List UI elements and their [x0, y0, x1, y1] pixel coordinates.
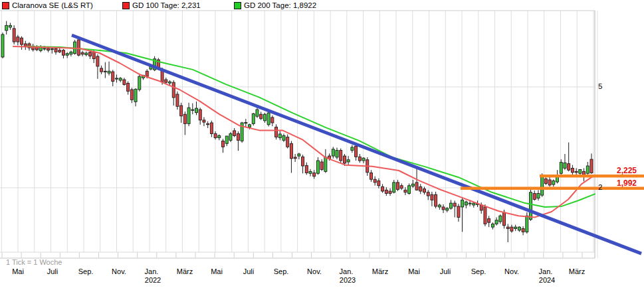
claranova-series-marker-icon	[2, 2, 9, 9]
candle-up	[66, 54, 68, 55]
candle-down	[453, 203, 456, 206]
candle-down	[176, 94, 179, 106]
candle-up	[336, 151, 338, 157]
candle-up	[43, 48, 46, 49]
candle-down	[320, 162, 323, 170]
x-axis-month-label: Jan.	[539, 267, 553, 275]
legend-item-claranova: Claranova SE (L&S RT)	[2, 1, 93, 9]
candle-down	[374, 179, 376, 182]
candle-down	[544, 179, 547, 183]
candle-down	[533, 194, 536, 200]
candle-down	[275, 127, 278, 137]
candle-up	[252, 113, 255, 123]
candle-down	[305, 165, 308, 173]
x-axis-month-label: März	[372, 267, 388, 275]
candle-up	[351, 147, 354, 151]
candle-down	[510, 227, 513, 231]
tick-note: 1 Tick = 1 Woche	[6, 258, 62, 266]
candle-up	[225, 136, 228, 143]
x-axis-year-label: 2022	[145, 276, 161, 284]
candle-down	[568, 164, 570, 171]
candle-up	[469, 203, 471, 204]
candle-up	[526, 216, 528, 232]
candle-up	[449, 203, 452, 208]
candle-down	[165, 80, 167, 82]
candle-down	[17, 37, 19, 42]
candle-down	[123, 80, 126, 84]
candle-down	[355, 146, 358, 157]
candle-up	[411, 184, 414, 186]
candle-down	[343, 156, 346, 163]
candle-up	[530, 192, 532, 220]
x-axis-month-label: Juli	[440, 267, 451, 275]
price-line-label-upper: 2,225	[595, 166, 637, 175]
x-axis-year-label: 2023	[340, 276, 356, 284]
candle-down	[77, 40, 80, 55]
candle-down	[389, 191, 391, 193]
candle-up	[245, 123, 247, 123]
candle-up	[309, 171, 312, 173]
candle-down	[385, 190, 387, 193]
candle-up	[70, 52, 72, 54]
candle-up	[9, 25, 11, 27]
candle-down	[358, 157, 361, 161]
candle-up	[85, 53, 88, 54]
candle-down	[96, 56, 99, 66]
candle-up	[564, 163, 566, 168]
legend-label: GD 100 Tage: 2,231	[132, 1, 201, 9]
candle-up	[332, 149, 334, 156]
candle-up	[446, 208, 449, 210]
x-axis-month-label: Mai	[211, 267, 223, 275]
price-line-label-lower: 1,992	[595, 179, 637, 188]
legend-item-gd200: GD 200 Tage: 1,8922	[234, 1, 316, 9]
candle-down	[313, 173, 316, 177]
candle-up	[560, 163, 562, 174]
candle-down	[130, 90, 133, 100]
candle-down	[286, 137, 289, 147]
candle-up	[115, 78, 118, 79]
x-axis-month-label: Nov.	[504, 267, 519, 275]
candle-up	[263, 114, 266, 121]
candle-down	[214, 133, 217, 137]
candle-down	[571, 168, 574, 172]
legend: Claranova SE (L&S RT) GD 100 Tage: 2,231…	[0, 1, 644, 11]
candle-down	[222, 141, 225, 147]
candle-down	[62, 50, 64, 56]
x-axis-month-label: Juli	[243, 267, 255, 275]
candle-down	[127, 83, 130, 91]
candle-up	[169, 82, 171, 83]
candle-up	[138, 76, 141, 90]
candle-down	[112, 72, 114, 81]
x-axis-month-label: Juli	[47, 267, 58, 275]
candle-up	[541, 177, 544, 195]
candle-down	[435, 194, 437, 206]
gd100-line	[13, 46, 595, 217]
candle-down	[548, 180, 551, 185]
trendline	[72, 35, 641, 253]
candle-up	[187, 108, 190, 123]
x-axis-month-label: März	[569, 267, 585, 275]
candle-up	[191, 109, 194, 110]
candle-up	[256, 109, 259, 116]
candle-up	[316, 161, 319, 173]
candle-up	[1, 35, 4, 57]
candle-up	[195, 108, 198, 113]
candle-down	[302, 157, 304, 166]
chart-window: Claranova SE (L&S RT) GD 100 Tage: 2,231…	[0, 0, 644, 288]
candle-down	[396, 182, 399, 190]
candle-down	[13, 29, 15, 42]
candle-down	[146, 71, 148, 76]
candle-up	[324, 157, 327, 171]
candle-down	[92, 52, 95, 58]
candle-down	[340, 151, 342, 161]
candle-up	[537, 194, 540, 198]
candle-up	[278, 134, 281, 138]
candle-down	[488, 219, 490, 223]
candle-down	[423, 189, 425, 192]
x-axis-month-label: Sep.	[471, 267, 486, 275]
x-axis-month-label: Jan.	[145, 267, 159, 275]
candle-up	[495, 220, 498, 224]
candle-up	[249, 125, 251, 127]
candle-up	[229, 133, 232, 140]
candle-up	[408, 186, 411, 194]
